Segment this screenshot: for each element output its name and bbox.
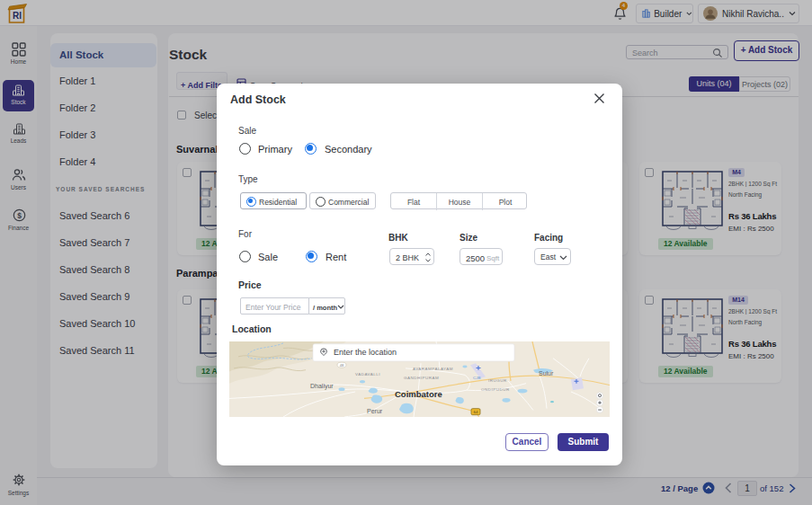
svg-text:64: 64 bbox=[473, 410, 478, 414]
svg-text:Dhaliyur: Dhaliyur bbox=[310, 383, 334, 390]
svg-text:Enter the location: Enter the location bbox=[334, 349, 397, 358]
svg-text:Sulur: Sulur bbox=[539, 370, 554, 377]
svg-text:Coimbatore: Coimbatore bbox=[395, 390, 442, 399]
svg-text:VADAVALLI: VADAVALLI bbox=[355, 372, 380, 377]
svg-text:CJB: CJB bbox=[473, 376, 481, 380]
svg-text:48: 48 bbox=[340, 364, 344, 368]
svg-text:Perur: Perur bbox=[367, 408, 383, 414]
svg-text:AVARAMPALAYAM: AVARAMPALAYAM bbox=[413, 367, 453, 371]
svg-text:IRUGUR: IRUGUR bbox=[488, 378, 507, 383]
svg-text:ONDIPUDUR: ONDIPUDUR bbox=[481, 387, 510, 392]
svg-text:GANDHIPURAM: GANDHIPURAM bbox=[404, 376, 439, 380]
